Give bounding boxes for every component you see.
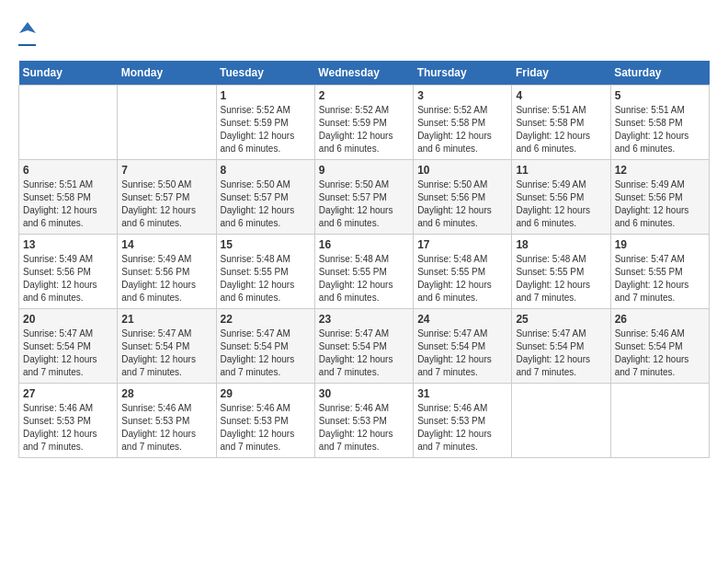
calendar-cell: 21Sunrise: 5:47 AM Sunset: 5:54 PM Dayli… bbox=[118, 309, 216, 384]
day-number: 24 bbox=[417, 313, 507, 326]
day-number: 22 bbox=[221, 313, 311, 326]
calendar-cell: 15Sunrise: 5:48 AM Sunset: 5:55 PM Dayli… bbox=[216, 235, 314, 309]
calendar-cell: 7Sunrise: 5:50 AM Sunset: 5:57 PM Daylig… bbox=[118, 160, 216, 235]
day-info: Sunrise: 5:47 AM Sunset: 5:54 PM Dayligh… bbox=[221, 327, 311, 379]
calendar-cell: 19Sunrise: 5:47 AM Sunset: 5:55 PM Dayli… bbox=[610, 235, 709, 309]
day-number: 3 bbox=[417, 89, 507, 102]
day-number: 16 bbox=[319, 238, 409, 251]
calendar-week-row: 27Sunrise: 5:46 AM Sunset: 5:53 PM Dayli… bbox=[19, 384, 710, 458]
day-info: Sunrise: 5:46 AM Sunset: 5:53 PM Dayligh… bbox=[121, 402, 211, 454]
calendar-cell: 2Sunrise: 5:52 AM Sunset: 5:59 PM Daylig… bbox=[314, 86, 413, 160]
day-info: Sunrise: 5:52 AM Sunset: 5:58 PM Dayligh… bbox=[417, 104, 507, 155]
day-info: Sunrise: 5:52 AM Sunset: 5:59 PM Dayligh… bbox=[221, 104, 311, 155]
calendar-cell: 17Sunrise: 5:48 AM Sunset: 5:55 PM Dayli… bbox=[414, 235, 512, 309]
day-info: Sunrise: 5:47 AM Sunset: 5:54 PM Dayligh… bbox=[319, 327, 409, 379]
day-info: Sunrise: 5:47 AM Sunset: 5:54 PM Dayligh… bbox=[417, 327, 507, 379]
day-info: Sunrise: 5:47 AM Sunset: 5:54 PM Dayligh… bbox=[121, 327, 211, 379]
day-info: Sunrise: 5:48 AM Sunset: 5:55 PM Dayligh… bbox=[516, 253, 606, 304]
calendar-cell: 27Sunrise: 5:46 AM Sunset: 5:53 PM Dayli… bbox=[19, 384, 118, 458]
day-number: 5 bbox=[615, 89, 705, 102]
day-number: 30 bbox=[319, 387, 409, 400]
calendar-body: 1Sunrise: 5:52 AM Sunset: 5:59 PM Daylig… bbox=[19, 86, 710, 458]
day-number: 26 bbox=[615, 313, 705, 326]
day-number: 8 bbox=[221, 164, 311, 177]
day-number: 10 bbox=[417, 164, 507, 177]
day-info: Sunrise: 5:51 AM Sunset: 5:58 PM Dayligh… bbox=[23, 178, 113, 230]
calendar-cell: 9Sunrise: 5:50 AM Sunset: 5:57 PM Daylig… bbox=[314, 160, 413, 235]
calendar-cell: 29Sunrise: 5:46 AM Sunset: 5:53 PM Dayli… bbox=[216, 384, 314, 458]
logo-bird-icon bbox=[19, 20, 36, 37]
calendar-cell: 31Sunrise: 5:46 AM Sunset: 5:53 PM Dayli… bbox=[414, 384, 512, 458]
day-info: Sunrise: 5:49 AM Sunset: 5:56 PM Dayligh… bbox=[23, 253, 113, 304]
calendar-week-row: 13Sunrise: 5:49 AM Sunset: 5:56 PM Dayli… bbox=[19, 235, 710, 309]
day-number: 14 bbox=[121, 238, 211, 251]
day-info: Sunrise: 5:46 AM Sunset: 5:54 PM Dayligh… bbox=[615, 327, 705, 379]
day-number: 6 bbox=[23, 164, 113, 177]
day-info: Sunrise: 5:46 AM Sunset: 5:53 PM Dayligh… bbox=[221, 402, 311, 454]
day-number: 27 bbox=[23, 387, 113, 400]
day-number: 23 bbox=[319, 313, 409, 326]
calendar-cell: 12Sunrise: 5:49 AM Sunset: 5:56 PM Dayli… bbox=[610, 160, 709, 235]
day-number: 12 bbox=[615, 164, 705, 177]
calendar-cell: 11Sunrise: 5:49 AM Sunset: 5:56 PM Dayli… bbox=[512, 160, 610, 235]
day-info: Sunrise: 5:52 AM Sunset: 5:59 PM Dayligh… bbox=[319, 104, 409, 155]
calendar-week-row: 20Sunrise: 5:47 AM Sunset: 5:54 PM Dayli… bbox=[19, 309, 710, 384]
calendar-cell: 16Sunrise: 5:48 AM Sunset: 5:55 PM Dayli… bbox=[314, 235, 413, 309]
logo-underline bbox=[18, 44, 36, 46]
calendar-cell: 8Sunrise: 5:50 AM Sunset: 5:57 PM Daylig… bbox=[216, 160, 314, 235]
calendar-week-row: 1Sunrise: 5:52 AM Sunset: 5:59 PM Daylig… bbox=[19, 86, 710, 160]
day-number: 20 bbox=[23, 313, 113, 326]
weekday-header: Tuesday bbox=[216, 61, 314, 86]
day-info: Sunrise: 5:50 AM Sunset: 5:57 PM Dayligh… bbox=[221, 178, 311, 230]
day-info: Sunrise: 5:50 AM Sunset: 5:57 PM Dayligh… bbox=[121, 178, 211, 230]
calendar-cell: 3Sunrise: 5:52 AM Sunset: 5:58 PM Daylig… bbox=[414, 86, 512, 160]
calendar-cell: 22Sunrise: 5:47 AM Sunset: 5:54 PM Dayli… bbox=[216, 309, 314, 384]
page-header bbox=[18, 18, 710, 46]
day-number: 28 bbox=[121, 387, 211, 400]
calendar-cell bbox=[610, 384, 709, 458]
calendar-cell: 14Sunrise: 5:49 AM Sunset: 5:56 PM Dayli… bbox=[118, 235, 216, 309]
day-number: 13 bbox=[23, 238, 113, 251]
day-info: Sunrise: 5:46 AM Sunset: 5:53 PM Dayligh… bbox=[23, 402, 113, 454]
calendar-cell: 24Sunrise: 5:47 AM Sunset: 5:54 PM Dayli… bbox=[414, 309, 512, 384]
calendar-header-row: SundayMondayTuesdayWednesdayThursdayFrid… bbox=[19, 61, 710, 86]
calendar-cell: 26Sunrise: 5:46 AM Sunset: 5:54 PM Dayli… bbox=[610, 309, 709, 384]
weekday-header: Sunday bbox=[19, 61, 118, 86]
day-info: Sunrise: 5:47 AM Sunset: 5:55 PM Dayligh… bbox=[615, 253, 705, 304]
day-info: Sunrise: 5:47 AM Sunset: 5:54 PM Dayligh… bbox=[516, 327, 606, 379]
logo bbox=[18, 18, 36, 46]
day-info: Sunrise: 5:48 AM Sunset: 5:55 PM Dayligh… bbox=[221, 253, 311, 304]
day-number: 29 bbox=[221, 387, 311, 400]
calendar-cell: 28Sunrise: 5:46 AM Sunset: 5:53 PM Dayli… bbox=[118, 384, 216, 458]
day-number: 18 bbox=[516, 238, 606, 251]
calendar-cell: 23Sunrise: 5:47 AM Sunset: 5:54 PM Dayli… bbox=[314, 309, 413, 384]
day-info: Sunrise: 5:51 AM Sunset: 5:58 PM Dayligh… bbox=[516, 104, 606, 155]
day-number: 31 bbox=[417, 387, 507, 400]
day-number: 15 bbox=[221, 238, 311, 251]
day-info: Sunrise: 5:49 AM Sunset: 5:56 PM Dayligh… bbox=[615, 178, 705, 230]
day-number: 1 bbox=[221, 89, 311, 102]
calendar-cell: 1Sunrise: 5:52 AM Sunset: 5:59 PM Daylig… bbox=[216, 86, 314, 160]
day-number: 4 bbox=[516, 89, 606, 102]
day-number: 17 bbox=[417, 238, 507, 251]
day-number: 11 bbox=[516, 164, 606, 177]
day-number: 19 bbox=[615, 238, 705, 251]
day-info: Sunrise: 5:49 AM Sunset: 5:56 PM Dayligh… bbox=[121, 253, 211, 304]
day-info: Sunrise: 5:49 AM Sunset: 5:56 PM Dayligh… bbox=[516, 178, 606, 230]
weekday-header: Saturday bbox=[610, 61, 709, 86]
calendar-week-row: 6Sunrise: 5:51 AM Sunset: 5:58 PM Daylig… bbox=[19, 160, 710, 235]
weekday-header: Monday bbox=[118, 61, 216, 86]
day-info: Sunrise: 5:51 AM Sunset: 5:58 PM Dayligh… bbox=[615, 104, 705, 155]
svg-marker-0 bbox=[19, 22, 36, 33]
day-number: 2 bbox=[319, 89, 409, 102]
day-number: 25 bbox=[516, 313, 606, 326]
day-info: Sunrise: 5:50 AM Sunset: 5:56 PM Dayligh… bbox=[417, 178, 507, 230]
calendar-cell: 6Sunrise: 5:51 AM Sunset: 5:58 PM Daylig… bbox=[19, 160, 118, 235]
calendar-cell: 30Sunrise: 5:46 AM Sunset: 5:53 PM Dayli… bbox=[314, 384, 413, 458]
day-number: 9 bbox=[319, 164, 409, 177]
day-number: 7 bbox=[121, 164, 211, 177]
calendar-cell: 20Sunrise: 5:47 AM Sunset: 5:54 PM Dayli… bbox=[19, 309, 118, 384]
day-number: 21 bbox=[121, 313, 211, 326]
calendar-table: SundayMondayTuesdayWednesdayThursdayFrid… bbox=[18, 61, 710, 458]
calendar-cell bbox=[118, 86, 216, 160]
